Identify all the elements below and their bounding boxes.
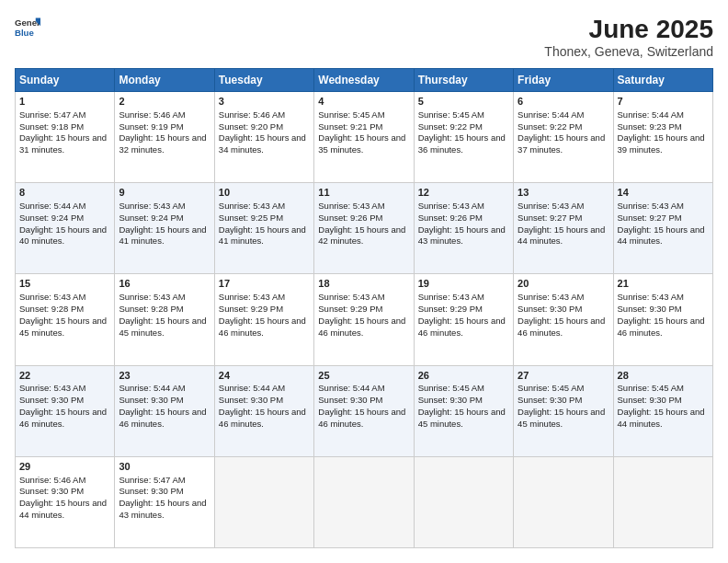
calendar-day-20: 20Sunrise: 5:43 AMSunset: 9:30 PMDayligh… [514,274,613,365]
calendar-day-15: 15Sunrise: 5:43 AMSunset: 9:28 PMDayligh… [16,274,115,365]
calendar-day-25: 25Sunrise: 5:44 AMSunset: 9:30 PMDayligh… [314,365,414,456]
calendar-week-5: 29Sunrise: 5:46 AMSunset: 9:30 PMDayligh… [16,456,713,547]
calendar-table: SundayMondayTuesdayWednesdayThursdayFrid… [15,68,713,548]
calendar-day-28: 28Sunrise: 5:45 AMSunset: 9:30 PMDayligh… [613,365,712,456]
calendar-day-12: 12Sunrise: 5:43 AMSunset: 9:26 PMDayligh… [414,183,513,274]
calendar-day-17: 17Sunrise: 5:43 AMSunset: 9:29 PMDayligh… [214,274,313,365]
col-header-friday: Friday [514,69,613,92]
empty-cell [314,456,414,547]
logo: General Blue [15,15,40,40]
empty-cell [613,456,712,547]
calendar-title: June 2025 [544,15,713,44]
page-header: General Blue June 2025 Thonex, Geneva, S… [15,15,713,59]
calendar-day-30: 30Sunrise: 5:47 AMSunset: 9:30 PMDayligh… [115,456,214,547]
calendar-day-19: 19Sunrise: 5:43 AMSunset: 9:29 PMDayligh… [414,274,513,365]
calendar-subtitle: Thonex, Geneva, Switzerland [544,44,713,59]
calendar-day-10: 10Sunrise: 5:43 AMSunset: 9:25 PMDayligh… [214,183,313,274]
calendar-day-1: 1Sunrise: 5:47 AMSunset: 9:18 PMDaylight… [16,92,115,183]
calendar-day-22: 22Sunrise: 5:43 AMSunset: 9:30 PMDayligh… [16,365,115,456]
calendar-day-16: 16Sunrise: 5:43 AMSunset: 9:28 PMDayligh… [115,274,214,365]
col-header-saturday: Saturday [613,69,712,92]
calendar-day-9: 9Sunrise: 5:43 AMSunset: 9:24 PMDaylight… [115,183,214,274]
col-header-tuesday: Tuesday [214,69,313,92]
title-block: June 2025 Thonex, Geneva, Switzerland [544,15,713,59]
col-header-monday: Monday [115,69,214,92]
calendar-day-24: 24Sunrise: 5:44 AMSunset: 9:30 PMDayligh… [214,365,313,456]
calendar-day-8: 8Sunrise: 5:44 AMSunset: 9:24 PMDaylight… [16,183,115,274]
empty-cell [414,456,513,547]
calendar-week-4: 22Sunrise: 5:43 AMSunset: 9:30 PMDayligh… [16,365,713,456]
col-header-wednesday: Wednesday [314,69,414,92]
calendar-week-1: 1Sunrise: 5:47 AMSunset: 9:18 PMDaylight… [16,92,713,183]
empty-cell [214,456,313,547]
calendar-page: General Blue June 2025 Thonex, Geneva, S… [0,0,728,563]
calendar-day-14: 14Sunrise: 5:43 AMSunset: 9:27 PMDayligh… [613,183,712,274]
calendar-day-29: 29Sunrise: 5:46 AMSunset: 9:30 PMDayligh… [16,456,115,547]
calendar-day-2: 2Sunrise: 5:46 AMSunset: 9:19 PMDaylight… [115,92,214,183]
calendar-day-21: 21Sunrise: 5:43 AMSunset: 9:30 PMDayligh… [613,274,712,365]
calendar-day-27: 27Sunrise: 5:45 AMSunset: 9:30 PMDayligh… [514,365,613,456]
calendar-day-3: 3Sunrise: 5:46 AMSunset: 9:20 PMDaylight… [214,92,313,183]
calendar-day-18: 18Sunrise: 5:43 AMSunset: 9:29 PMDayligh… [314,274,414,365]
calendar-day-5: 5Sunrise: 5:45 AMSunset: 9:22 PMDaylight… [414,92,513,183]
logo-icon: General Blue [15,15,40,40]
empty-cell [514,456,613,547]
calendar-day-23: 23Sunrise: 5:44 AMSunset: 9:30 PMDayligh… [115,365,214,456]
svg-text:Blue: Blue [15,28,34,38]
calendar-day-4: 4Sunrise: 5:45 AMSunset: 9:21 PMDaylight… [314,92,414,183]
calendar-day-13: 13Sunrise: 5:43 AMSunset: 9:27 PMDayligh… [514,183,613,274]
calendar-day-7: 7Sunrise: 5:44 AMSunset: 9:23 PMDaylight… [613,92,712,183]
col-header-thursday: Thursday [414,69,513,92]
calendar-day-26: 26Sunrise: 5:45 AMSunset: 9:30 PMDayligh… [414,365,513,456]
calendar-week-3: 15Sunrise: 5:43 AMSunset: 9:28 PMDayligh… [16,274,713,365]
calendar-week-2: 8Sunrise: 5:44 AMSunset: 9:24 PMDaylight… [16,183,713,274]
calendar-day-6: 6Sunrise: 5:44 AMSunset: 9:22 PMDaylight… [514,92,613,183]
col-header-sunday: Sunday [16,69,115,92]
calendar-day-11: 11Sunrise: 5:43 AMSunset: 9:26 PMDayligh… [314,183,414,274]
